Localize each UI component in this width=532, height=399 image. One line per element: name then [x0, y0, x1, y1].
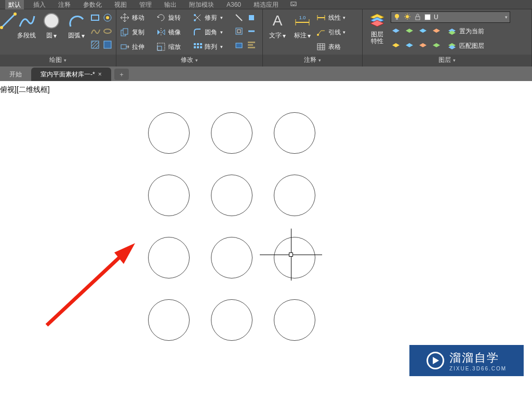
menu-tab-insert[interactable]: 插入: [30, 0, 49, 9]
tab-start[interactable]: 开始: [0, 68, 31, 81]
arc-button[interactable]: 圆弧▾: [65, 11, 88, 40]
layer-freeze-icon[interactable]: [404, 26, 415, 36]
svg-rect-27: [248, 42, 255, 43]
fillet-label: 圆角: [205, 28, 217, 37]
menu-tab-featured[interactable]: 精选应用: [250, 0, 282, 9]
chevron-down-icon: ▾: [54, 32, 57, 39]
circle-object[interactable]: [148, 237, 190, 278]
panel-title-layer[interactable]: 图层▾: [363, 55, 531, 66]
layer-props-button[interactable]: 图层特性: [366, 11, 389, 45]
sun-icon: [404, 13, 411, 22]
layer-uniso-icon[interactable]: [391, 41, 401, 51]
scale-label: 缩放: [168, 43, 181, 51]
menu-tab-output[interactable]: 输出: [161, 0, 180, 9]
layer-lock-icon[interactable]: [418, 26, 428, 36]
layer-off-icon[interactable]: [431, 26, 442, 36]
play-icon: [427, 352, 444, 369]
layer-props-label: 图层特性: [371, 31, 383, 45]
pickbox-cursor: [289, 252, 293, 257]
trim-button[interactable]: 修剪▾: [192, 11, 232, 24]
spline-icon[interactable]: [90, 26, 100, 36]
join-icon[interactable]: [246, 26, 257, 36]
offset-icon[interactable]: [234, 26, 244, 36]
menu-tab-a360[interactable]: A360: [223, 0, 244, 9]
svg-rect-35: [396, 18, 398, 20]
break-icon[interactable]: [246, 12, 257, 23]
layer-dropdown[interactable]: U ▾: [391, 11, 510, 23]
panel-title-draw[interactable]: 绘图▾: [0, 55, 116, 66]
leader-label: 引线: [328, 28, 341, 37]
circle-object[interactable]: [148, 299, 190, 341]
text-button[interactable]: A 文字▾: [266, 11, 289, 40]
rotate-button[interactable]: 旋转: [156, 11, 190, 24]
layer-on-icon[interactable]: [431, 41, 442, 51]
chevron-down-icon: ▾: [220, 15, 223, 20]
dim-button[interactable]: 1.0 标注▾: [291, 11, 314, 40]
panel-title-annot[interactable]: 注释▾: [263, 55, 362, 66]
circle-object[interactable]: [211, 175, 252, 216]
scale-button[interactable]: 缩放: [156, 41, 190, 53]
match-layer-button[interactable]: 匹配图层: [447, 39, 484, 52]
menu-tab-addins[interactable]: 附加模块: [186, 0, 217, 9]
svg-point-3: [44, 14, 59, 28]
chevron-down-icon: ▾: [505, 15, 508, 20]
svg-point-6: [106, 16, 109, 19]
leader-button[interactable]: 引线▾: [316, 26, 352, 38]
move-button[interactable]: 移动: [119, 11, 154, 24]
circle-object[interactable]: [148, 175, 190, 216]
menu-overflow-icon[interactable]: [290, 1, 297, 8]
circle-object[interactable]: [274, 112, 315, 154]
erase-icon[interactable]: [234, 39, 244, 50]
table-button[interactable]: 表格: [316, 41, 352, 53]
circle-object[interactable]: [274, 175, 315, 216]
hatch-icon[interactable]: [90, 39, 100, 50]
draw-small-icons: [90, 11, 100, 50]
boundary-icon[interactable]: [102, 39, 113, 50]
menu-tab-manage[interactable]: 管理: [136, 0, 155, 9]
layer-iso-icon[interactable]: [391, 26, 401, 36]
linetype-button[interactable]: 线性▾: [316, 11, 352, 24]
circle-object[interactable]: [211, 112, 252, 154]
ribbon: 多段线 圆▾ 圆弧▾: [0, 9, 532, 66]
region-icon[interactable]: [102, 26, 113, 36]
circle-label: 圆: [46, 31, 52, 40]
menu-tab-default[interactable]: 默认: [5, 0, 24, 9]
drawing-canvas[interactable]: 俯视][二维线框] 溜溜自学 ZIXUE.3D66.COM: [0, 81, 532, 399]
line-button[interactable]: [3, 11, 13, 38]
tab-file[interactable]: 室内平面素材库一-*×: [31, 68, 111, 81]
circle-object[interactable]: [148, 112, 190, 154]
explode-icon[interactable]: [234, 12, 244, 23]
circle-object[interactable]: [274, 299, 315, 341]
ellipse-icon[interactable]: [102, 12, 113, 23]
circle-object[interactable]: [211, 299, 252, 341]
trim-icon: [192, 12, 203, 23]
viewport-label[interactable]: 俯视][二维线框]: [0, 85, 50, 95]
rotate-icon: [156, 12, 166, 23]
badge-url: ZIXUE.3D66.COM: [449, 366, 507, 371]
align-icon[interactable]: [246, 39, 257, 50]
close-tab-icon[interactable]: ×: [98, 71, 102, 78]
menubar: 默认 插入 注释 参数化 视图 管理 输出 附加模块 A360 精选应用: [0, 0, 532, 9]
fillet-button[interactable]: 圆角▾: [192, 26, 232, 38]
circle-button[interactable]: 圆▾: [40, 11, 63, 40]
tab-start-label: 开始: [9, 70, 22, 79]
new-tab-button[interactable]: ＋: [114, 69, 129, 80]
menu-tab-parametric[interactable]: 参数化: [80, 0, 105, 9]
circle-object[interactable]: [274, 237, 315, 278]
stretch-button[interactable]: 拉伸: [119, 41, 154, 53]
layer-unlock-icon[interactable]: [418, 41, 428, 51]
rectangle-icon[interactable]: [90, 12, 100, 23]
copy-button[interactable]: 复制: [119, 26, 154, 38]
polyline-button[interactable]: 多段线: [15, 11, 38, 40]
current-layer-name: U: [434, 14, 438, 21]
set-current-button[interactable]: 置为当前: [447, 25, 484, 37]
panel-title-modify[interactable]: 修改▾: [116, 55, 262, 66]
array-button[interactable]: 阵列▾: [192, 41, 232, 53]
mirror-button[interactable]: 镜像: [156, 26, 190, 38]
chevron-down-icon: ▾: [283, 32, 286, 39]
layer-thaw-icon[interactable]: [404, 41, 415, 51]
scale-icon: [156, 42, 166, 52]
menu-tab-annotate[interactable]: 注释: [55, 0, 74, 9]
circle-object[interactable]: [211, 237, 252, 278]
menu-tab-view[interactable]: 视图: [111, 0, 130, 9]
